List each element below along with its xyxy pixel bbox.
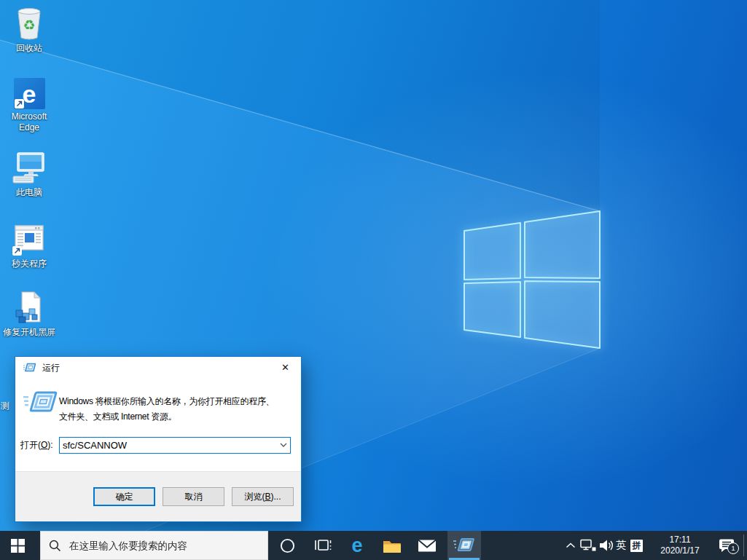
desktop-icon-microsoft-edge[interactable]: e Microsoft Edge [1,74,57,133]
desktop-icon-this-pc[interactable]: 此电脑 [1,150,57,198]
search-input[interactable] [68,540,250,552]
run-dialog-titlebar[interactable]: 运行 ✕ [15,357,301,379]
start-button[interactable] [0,531,35,560]
show-desktop-button[interactable] [743,535,747,556]
run-command-combobox[interactable] [59,437,291,454]
desktop-icon-label: 回收站 [16,43,42,54]
folder-icon [383,538,402,553]
ime-language-indicator[interactable]: 英 [614,531,628,560]
run-dialog-body: Windows 将根据你所输入的名称，为你打开相应的程序、 文件夹、文档或 In… [15,379,301,472]
run-dialog-description: Windows 将根据你所输入的名称，为你打开相应的程序、 文件夹、文档或 In… [59,394,274,425]
search-icon [49,540,61,552]
edge-button[interactable]: e [340,531,375,560]
desktop-icon-fix-boot-black-screen[interactable]: 修复开机黑屏 [1,290,57,338]
taskbar-search-box[interactable] [40,531,268,560]
combo-dropdown-icon[interactable] [276,438,290,453]
file-explorer-button[interactable] [375,531,410,560]
clock[interactable]: 17:11 2020/1/17 [654,531,705,560]
desktop: ♻ 回收站 e Microsoft Edge 此电脑 [0,0,747,560]
windows-logo-icon [11,539,25,553]
taskbar: e [0,531,747,560]
this-pc-icon [12,150,47,185]
run-dialog-footer: 确定 取消 浏览(B)... [15,471,301,521]
clock-date: 2020/1/17 [660,545,699,556]
svg-text:♻: ♻ [23,17,35,33]
run-icon-small [23,363,36,373]
desktop-icon-label: 修复开机黑屏 [3,327,55,338]
run-dialog-title: 运行 [42,362,60,374]
shortcut-arrow-icon [12,246,22,256]
clock-time: 17:11 [669,535,690,545]
network-status-button[interactable] [579,531,598,560]
desktop-icon-seconds-close-app[interactable]: 秒关程序 [1,221,57,269]
cortana-icon [280,538,295,553]
ime-pinyin-badge: 拼 [630,540,643,552]
cancel-button[interactable]: 取消 [163,487,224,506]
ime-mode-indicator[interactable]: 拼 [630,531,644,560]
network-icon [580,539,596,552]
notification-badge: 1 [727,543,739,554]
run-icon-large [23,390,58,419]
recycle-bin-icon: ♻ [12,6,46,41]
speaker-icon [599,539,614,552]
volume-button[interactable] [597,531,615,560]
app-window-icon [12,221,47,256]
edge-icon: e [351,535,362,557]
show-hidden-icons-button[interactable] [561,531,580,560]
action-center-button[interactable]: 1 [710,531,743,560]
run-dialog-window: 运行 ✕ Windows 将根据你所输入的名称，为你打开相应的程序、 文件夹、文… [15,356,302,522]
desktop-icon-label: Microsoft Edge [1,111,57,133]
shortcut-arrow-icon [15,99,24,109]
chevron-up-icon [566,543,576,548]
close-button[interactable]: ✕ [270,357,301,378]
desktop-icon-recycle-bin[interactable]: ♻ 回收站 [1,6,57,54]
browse-button[interactable]: 浏览(B)... [232,487,294,506]
task-view-button[interactable] [305,531,340,560]
registry-file-icon [12,290,47,325]
run-app-button-active[interactable] [447,531,481,560]
edge-icon: e [14,74,45,109]
mail-button[interactable] [410,531,445,560]
task-view-icon [313,537,332,554]
cortana-button[interactable] [270,531,305,560]
run-command-input[interactable] [60,438,276,453]
run-icon [453,537,475,554]
close-icon: ✕ [281,362,289,373]
ok-button[interactable]: 确定 [93,487,155,506]
partially-hidden-icon-label[interactable]: 测 [1,400,9,412]
desktop-icon-label: 秒关程序 [12,259,47,269]
open-label: 打开(O): [20,439,59,451]
desktop-icon-label: 此电脑 [16,187,42,198]
mail-icon [418,539,437,553]
